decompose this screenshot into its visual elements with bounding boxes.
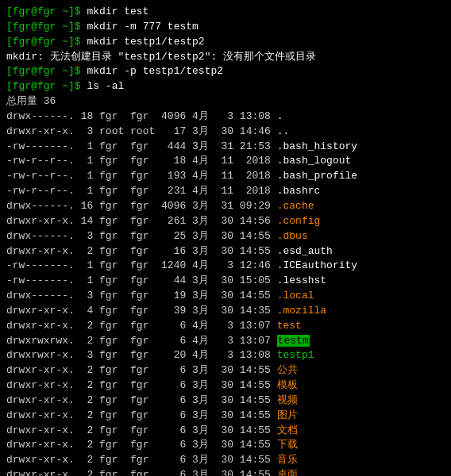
command-text: ls -al: [87, 80, 124, 92]
prompt: [fgr@fgr ~]$: [6, 6, 87, 17]
ls-row-bash-logout: -rw-r--r--. 1 fgr fgr 18 4月 11 2018 .bas…: [6, 154, 445, 169]
ls-row-shipin: drwxr-xr-x. 2 fgr fgr 6 3月 30 14:55 视频: [6, 393, 445, 409]
ls-row-bash-profile: -rw-r--r--. 1 fgr fgr 193 4月 11 2018 .ba…: [6, 169, 445, 184]
ls-row-yinyue: drwxr-xr-x. 2 fgr fgr 6 3月 30 14:55 音乐: [6, 453, 445, 468]
line-6: [fgr@fgr ~]$ ls -al: [6, 79, 445, 94]
prompt: [fgr@fgr ~]$: [6, 80, 87, 92]
ls-row-dot: drwx------. 18 fgr fgr 4096 4月 3 13:08 .: [6, 109, 445, 125]
line-4-error: mkdir: 无法创建目录 "testp1/testp2": 没有那个文件或目录: [6, 50, 445, 65]
command-text: mkdir test: [87, 6, 148, 17]
ls-row-tupian: drwxr-xr-x. 2 fgr fgr 6 3月 30 14:55 图片: [6, 409, 445, 424]
ls-row-mozilla: drwxr-xr-x. 4 fgr fgr 39 3月 30 14:35 .mo…: [6, 304, 445, 319]
prompt: [fgr@fgr ~]$: [6, 21, 87, 33]
ls-row-dbus: drwx------. 3 fgr fgr 25 3月 30 14:55 .db…: [6, 229, 445, 244]
ls-row-ice: -rw-------. 1 fgr fgr 1240 4月 3 12:46 .I…: [6, 259, 445, 274]
ls-row-wendang: drwxr-xr-x. 2 fgr fgr 6 3月 30 14:55 文档: [6, 424, 445, 439]
command-text: mkdir -m 777 testm: [87, 21, 198, 33]
ls-row-xiazai: drwxr-xr-x. 2 fgr fgr 6 3月 30 14:55 下载: [6, 438, 445, 453]
ls-row-local: drwx------. 3 fgr fgr 19 3月 30 14:55 .lo…: [6, 289, 445, 304]
ls-row-lesshst: -rw-------. 1 fgr fgr 44 3月 30 15:05 .le…: [6, 274, 445, 289]
ls-row-esd-auth: drwxr-xr-x. 2 fgr fgr 16 3月 30 14:55 .es…: [6, 244, 445, 259]
ls-row-cache: drwx------. 16 fgr fgr 4096 3月 31 09:29 …: [6, 199, 445, 214]
line-total: 总用量 36: [6, 94, 445, 109]
prompt: [fgr@fgr ~]$: [6, 36, 87, 48]
ls-row-config: drwxr-xr-x. 14 fgr fgr 261 3月 30 14:56 .…: [6, 214, 445, 229]
terminal-window: [fgr@fgr ~]$ mkdir test [fgr@fgr ~]$ mkd…: [0, 0, 451, 476]
ls-row-zhuomian: drwxr-xr-x. 2 fgr fgr 6 3月 30 14:55 桌面: [6, 468, 445, 476]
ls-row-bashrc: -rw-r--r--. 1 fgr fgr 231 4月 11 2018 .ba…: [6, 184, 445, 199]
line-2: [fgr@fgr ~]$ mkdir -m 777 testm: [6, 20, 445, 35]
error-text: mkdir: 无法创建目录 "testp1/testp2": 没有那个文件或目录: [6, 51, 316, 63]
ls-row-gong: drwxr-xr-x. 2 fgr fgr 6 3月 30 14:55 公共: [6, 363, 445, 378]
prompt: [fgr@fgr ~]$: [6, 65, 87, 77]
line-3: [fgr@fgr ~]$ mkdir testp1/testp2: [6, 35, 445, 50]
ls-row-test: drwxr-xr-x. 2 fgr fgr 6 4月 3 13:07 test: [6, 319, 445, 334]
ls-row-dotdot: drwxr-xr-x. 3 root root 17 3月 30 14:46 .…: [6, 125, 445, 140]
ls-row-bash-history: -rw-------. 1 fgr fgr 444 3月 31 21:53 .b…: [6, 140, 445, 155]
line-1: [fgr@fgr ~]$ mkdir test: [6, 5, 445, 20]
ls-row-testm: drwxrwxrwx. 2 fgr fgr 6 4月 3 13:07 testm: [6, 334, 445, 349]
command-text: mkdir testp1/testp2: [87, 36, 204, 48]
ls-row-moban: drwxr-xr-x. 2 fgr fgr 6 3月 30 14:55 模板: [6, 378, 445, 393]
command-text: mkdir -p testp1/testp2: [87, 65, 223, 77]
line-5: [fgr@fgr ~]$ mkdir -p testp1/testp2: [6, 64, 445, 79]
ls-row-testp1: drwxrwxr-x. 3 fgr fgr 20 4月 3 13:08 test…: [6, 348, 445, 363]
